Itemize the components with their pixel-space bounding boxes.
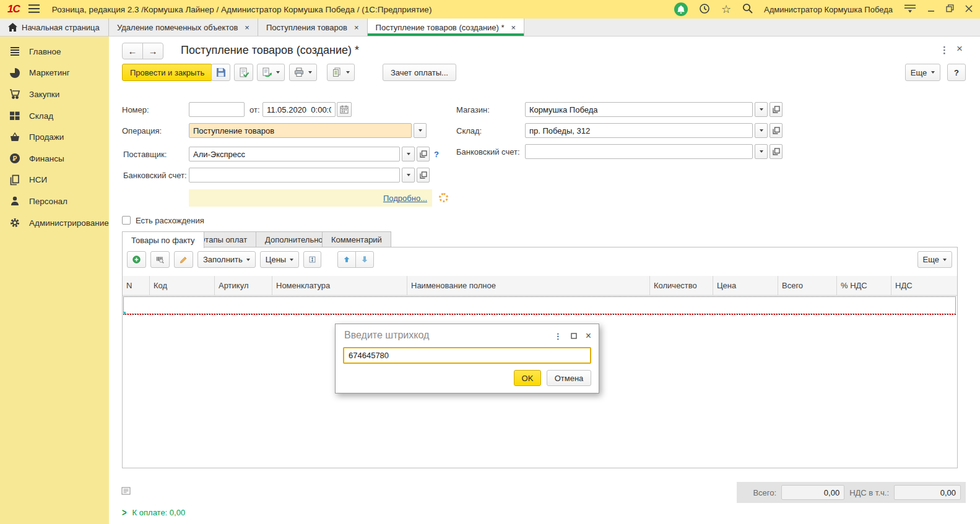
reports-copy-button[interactable] xyxy=(327,64,355,81)
dialog-close-icon[interactable]: × xyxy=(586,330,591,341)
store-open-button[interactable] xyxy=(770,102,783,117)
search-icon[interactable] xyxy=(742,3,753,15)
operation-dropdown-button[interactable] xyxy=(414,123,427,138)
restore-window-button[interactable] xyxy=(946,4,954,14)
add-row-button[interactable] xyxy=(127,251,146,268)
notifications-bell-icon[interactable] xyxy=(674,2,688,16)
store-dropdown-button[interactable] xyxy=(755,102,768,117)
save-button[interactable] xyxy=(211,64,230,81)
barcode-input[interactable] xyxy=(344,351,590,360)
favorites-star-icon[interactable]: ☆ xyxy=(721,4,731,15)
close-window-button[interactable] xyxy=(965,5,973,14)
column-header[interactable]: Наименование полное xyxy=(407,276,650,295)
barcode-search-button[interactable] xyxy=(150,251,170,268)
bank-account2-input[interactable] xyxy=(526,145,752,158)
main-menu-icon[interactable] xyxy=(28,4,40,15)
column-header[interactable]: % НДС xyxy=(837,276,891,295)
service-menu-icon[interactable] xyxy=(904,4,916,15)
supplier-help-link[interactable]: ? xyxy=(434,147,439,161)
move-up-button[interactable] xyxy=(337,251,356,268)
create-based-on-button[interactable] xyxy=(257,64,285,81)
help-button[interactable]: ? xyxy=(947,64,966,81)
dialog-kebab-menu-icon[interactable]: ⋮ xyxy=(554,332,562,341)
warehouse-dropdown-button[interactable] xyxy=(755,123,768,138)
dialog-ok-button[interactable]: OK xyxy=(514,370,541,386)
items-more-button[interactable]: Еще xyxy=(917,251,952,268)
column-header[interactable]: Цена xyxy=(713,276,778,295)
column-header[interactable]: N xyxy=(123,276,150,295)
column-header[interactable]: Артикул xyxy=(215,276,272,295)
bank-account2-dropdown-button[interactable] xyxy=(755,144,768,159)
store-input[interactable] xyxy=(526,103,752,116)
sidebar-item-purchases[interactable]: Закупки xyxy=(0,84,109,105)
expand-chevron-icon[interactable]: > xyxy=(122,507,127,519)
back-button[interactable]: ← xyxy=(122,43,143,59)
column-header[interactable]: НДС xyxy=(891,276,957,295)
number-input[interactable] xyxy=(189,103,244,116)
forward-button[interactable]: → xyxy=(142,43,163,59)
tab-close-icon[interactable]: × xyxy=(511,23,516,32)
row-height-button[interactable] xyxy=(303,251,321,268)
tab-goods-receipt-new[interactable]: Поступление товаров (создание) * × xyxy=(368,19,525,36)
form-close-icon[interactable]: × xyxy=(956,43,963,55)
comments-toggle-icon[interactable] xyxy=(121,486,131,497)
tab-home[interactable]: Начальная страница xyxy=(0,19,109,36)
column-header[interactable]: Количество xyxy=(650,276,713,295)
dialog-maximize-icon[interactable] xyxy=(571,332,577,341)
tab-comment[interactable]: Комментарий xyxy=(322,231,391,247)
post-document-button[interactable] xyxy=(234,64,253,81)
tab-goods-actual[interactable]: Товары по факту xyxy=(122,231,204,248)
minimize-button[interactable] xyxy=(927,5,935,14)
tab-close-icon[interactable]: × xyxy=(245,23,249,32)
supplier-input[interactable] xyxy=(189,147,399,161)
sidebar-item-marketing[interactable]: Маркетинг xyxy=(0,62,109,84)
sidebar-item-main[interactable]: Главное xyxy=(0,41,109,62)
details-link[interactable]: Подробно... xyxy=(383,194,427,203)
operation-input[interactable] xyxy=(189,124,411,137)
payment-summary-row[interactable]: > К оплате: 0,00 xyxy=(122,508,185,517)
supplier-field[interactable] xyxy=(189,147,400,161)
bank-account2-open-button[interactable] xyxy=(770,144,783,159)
operation-field[interactable] xyxy=(189,123,412,138)
store-field[interactable] xyxy=(525,102,753,117)
bank-account-open-button[interactable] xyxy=(417,168,430,183)
edit-row-button[interactable] xyxy=(174,251,193,268)
date-field[interactable] xyxy=(262,102,336,117)
history-icon[interactable] xyxy=(699,3,710,16)
print-button[interactable] xyxy=(289,64,317,81)
tab-close-icon[interactable]: × xyxy=(354,23,359,32)
current-user[interactable]: Администратор Кормушка Победа xyxy=(764,5,893,14)
date-input[interactable] xyxy=(263,103,335,116)
bank-account-field[interactable] xyxy=(189,168,400,183)
column-header[interactable]: Номенклатура xyxy=(272,276,407,295)
sidebar-item-finance[interactable]: Р Финансы xyxy=(0,148,109,170)
warehouse-field[interactable] xyxy=(525,123,753,138)
number-field[interactable] xyxy=(189,102,245,117)
barcode-input-field[interactable] xyxy=(343,347,591,364)
sidebar-item-nsi[interactable]: НСИ xyxy=(0,170,109,191)
column-header[interactable]: Всего xyxy=(778,276,837,295)
payment-offset-button[interactable]: Зачет оплаты... xyxy=(383,64,456,81)
warehouse-input[interactable] xyxy=(526,124,752,137)
column-header[interactable]: Код xyxy=(150,276,215,295)
discrepancy-checkbox[interactable] xyxy=(122,216,131,225)
move-down-button[interactable] xyxy=(355,251,374,268)
supplier-open-button[interactable] xyxy=(417,147,430,161)
tab-additional[interactable]: Дополнительно xyxy=(256,231,332,247)
bank-account2-field[interactable] xyxy=(525,144,753,159)
form-kebab-menu-icon[interactable]: ⋮ xyxy=(940,45,949,56)
bank-account-dropdown-button[interactable] xyxy=(402,168,415,183)
sidebar-item-administration[interactable]: Администрирование xyxy=(0,212,109,234)
tab-deletion-marked-objects[interactable]: Удаление помеченных объектов × xyxy=(109,19,258,36)
table-empty-row-focused[interactable] xyxy=(123,296,956,314)
prices-button[interactable]: Цены xyxy=(260,251,299,268)
dialog-cancel-button[interactable]: Отмена xyxy=(547,370,591,386)
fill-button[interactable]: Заполнить xyxy=(197,251,256,268)
supplier-dropdown-button[interactable] xyxy=(402,147,415,161)
sidebar-item-personnel[interactable]: Персонал xyxy=(0,191,109,212)
tab-goods-receipts-list[interactable]: Поступления товаров × xyxy=(258,19,368,36)
post-and-close-button[interactable]: Провести и закрыть xyxy=(122,64,212,81)
more-button[interactable]: Еще xyxy=(905,64,940,81)
sidebar-item-sales[interactable]: Продажи xyxy=(0,126,109,148)
bank-account-input[interactable] xyxy=(189,168,399,182)
